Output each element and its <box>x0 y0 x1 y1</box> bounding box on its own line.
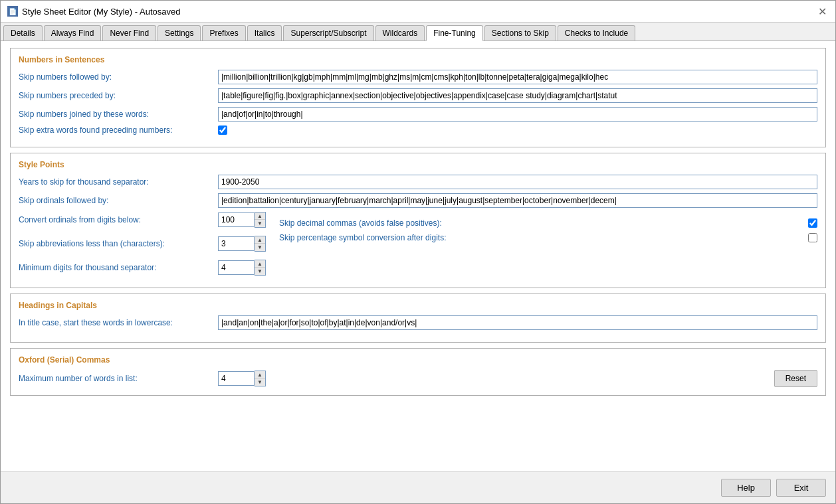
min-digits-row: Minimum digits for thousand separator: ▲… <box>19 260 266 276</box>
tab-checks-to-include[interactable]: Checks to Include <box>558 25 635 41</box>
style-points-title: Style Points <box>19 160 817 169</box>
oxford-right: Reset <box>774 370 817 387</box>
skip-percent-checkbox[interactable] <box>808 233 817 242</box>
skip-decimal-checkbox[interactable] <box>808 218 817 228</box>
col-left: Convert ordinals from digits below: ▲ ▼ … <box>19 212 266 280</box>
skip-preceded-label: Skip numbers preceded by: <box>19 91 218 100</box>
skip-followed-row: Skip numbers followed by: <box>19 70 817 84</box>
window-title: Style Sheet Editor (My Style) - Autosave… <box>22 7 180 17</box>
skip-extra-checkbox[interactable] <box>218 126 227 135</box>
skip-followed-label: Skip numbers followed by: <box>19 72 218 82</box>
app-icon: 📄 <box>7 6 18 17</box>
min-digits-input[interactable] <box>218 260 255 275</box>
headings-section-title: Headings in Capitals <box>19 301 817 310</box>
skip-preceded-input[interactable] <box>218 88 817 103</box>
years-skip-label: Years to skip for thousand separator: <box>19 177 218 187</box>
min-digits-spinner: ▲ ▼ <box>218 260 266 276</box>
min-digits-label: Minimum digits for thousand separator: <box>19 263 218 272</box>
numbers-section-title: Numbers in Sentences <box>19 55 817 64</box>
skip-joined-row: Skip numbers joined by these words: <box>19 107 817 122</box>
skip-preceded-row: Skip numbers preceded by: <box>19 88 817 103</box>
convert-ordinals-label: Convert ordinals from digits below: <box>19 215 218 224</box>
skip-abbrev-label: Skip abbreviations less than (characters… <box>19 239 218 248</box>
skip-abbrev-spinner: ▲ ▼ <box>218 236 266 252</box>
oxford-left: Maximum number of words in list: ▲ ▼ <box>19 371 774 386</box>
oxford-section-title: Oxford (Serial) Commas <box>19 355 817 365</box>
headings-section: Headings in Capitals In title case, star… <box>10 294 826 343</box>
tab-details[interactable]: Details <box>3 25 43 41</box>
skip-abbrev-row: Skip abbreviations less than (characters… <box>19 236 266 252</box>
convert-ordinals-spinner-btns: ▲ ▼ <box>255 212 266 228</box>
tab-always-find[interactable]: Always Find <box>44 25 102 41</box>
exit-button[interactable]: Exit <box>776 479 826 497</box>
skip-abbrev-input[interactable] <box>218 236 255 251</box>
min-digits-down[interactable]: ▼ <box>255 268 265 275</box>
skip-abbrev-spinner-btns: ▲ ▼ <box>255 236 266 252</box>
skip-abbrev-up[interactable]: ▲ <box>255 236 265 244</box>
skip-decimal-label: Skip decimal commas (avoids false positi… <box>279 218 803 228</box>
skip-extra-row: Skip extra words found preceding numbers… <box>19 126 817 135</box>
convert-ordinals-down[interactable]: ▼ <box>255 220 265 227</box>
main-content: Numbers in Sentences Skip numbers follow… <box>1 41 835 471</box>
skip-joined-input[interactable] <box>218 107 817 122</box>
skip-abbrev-down[interactable]: ▼ <box>255 244 265 251</box>
skip-followed-input[interactable] <box>218 70 817 84</box>
convert-ordinals-spinner: ▲ ▼ <box>218 212 266 228</box>
footer: Help Exit <box>1 471 835 503</box>
tab-sections-to-skip[interactable]: Sections to Skip <box>484 25 556 41</box>
convert-ordinals-up[interactable]: ▲ <box>255 212 265 220</box>
tab-settings[interactable]: Settings <box>157 25 201 41</box>
col-right: Skip decimal commas (avoids false positi… <box>279 212 817 242</box>
tab-never-find[interactable]: Never Find <box>102 25 156 41</box>
help-button[interactable]: Help <box>721 479 771 497</box>
years-skip-input[interactable] <box>218 175 817 189</box>
numbers-in-sentences-section: Numbers in Sentences Skip numbers follow… <box>10 48 826 147</box>
title-bar-left: 📄 Style Sheet Editor (My Style) - Autosa… <box>7 6 180 17</box>
style-points-section: Style Points Years to skip for thousand … <box>10 153 826 288</box>
max-words-up[interactable]: ▲ <box>255 371 265 378</box>
max-words-spinner: ▲ ▼ <box>218 371 266 386</box>
convert-ordinals-row: Convert ordinals from digits below: ▲ ▼ <box>19 212 266 228</box>
title-bar: 📄 Style Sheet Editor (My Style) - Autosa… <box>1 1 835 23</box>
years-skip-row: Years to skip for thousand separator: <box>19 175 817 189</box>
skip-ordinals-row: Skip ordinals followed by: <box>19 193 817 208</box>
max-words-label: Maximum number of words in list: <box>19 374 218 383</box>
title-case-input[interactable] <box>218 315 817 330</box>
oxford-section: Oxford (Serial) Commas Maximum number of… <box>10 348 826 396</box>
tab-italics[interactable]: Italics <box>247 25 282 41</box>
oxford-row: Maximum number of words in list: ▲ ▼ Res… <box>19 370 817 387</box>
max-words-spinner-btns: ▲ ▼ <box>255 371 266 386</box>
convert-ordinals-input[interactable] <box>218 212 255 227</box>
title-case-label: In title case, start these words in lowe… <box>19 318 218 327</box>
tabs-bar: Details Always Find Never Find Settings … <box>1 23 835 41</box>
tab-prefixes[interactable]: Prefixes <box>202 25 245 41</box>
min-digits-spinner-btns: ▲ ▼ <box>255 260 266 276</box>
skip-percent-label: Skip percentage symbol conversion after … <box>279 233 803 242</box>
max-words-down[interactable]: ▼ <box>255 378 265 386</box>
min-digits-up[interactable]: ▲ <box>255 260 265 268</box>
title-case-row: In title case, start these words in lowe… <box>19 315 817 330</box>
two-col-row: Convert ordinals from digits below: ▲ ▼ … <box>19 212 817 280</box>
tab-fine-tuning[interactable]: Fine-Tuning <box>426 25 483 41</box>
close-button[interactable]: ✕ <box>815 5 829 18</box>
main-window: 📄 Style Sheet Editor (My Style) - Autosa… <box>0 0 836 504</box>
skip-joined-label: Skip numbers joined by these words: <box>19 110 218 119</box>
skip-extra-label: Skip extra words found preceding numbers… <box>19 126 218 135</box>
skip-extra-checkbox-wrap <box>218 126 227 135</box>
skip-decimal-row: Skip decimal commas (avoids false positi… <box>279 218 817 228</box>
skip-ordinals-label: Skip ordinals followed by: <box>19 196 218 205</box>
max-words-input[interactable] <box>218 371 255 386</box>
reset-button[interactable]: Reset <box>774 370 817 387</box>
tab-superscript[interactable]: Superscript/Subscript <box>283 25 373 41</box>
skip-percent-row: Skip percentage symbol conversion after … <box>279 233 817 242</box>
tab-wildcards[interactable]: Wildcards <box>375 25 425 41</box>
skip-ordinals-input[interactable] <box>218 193 817 208</box>
